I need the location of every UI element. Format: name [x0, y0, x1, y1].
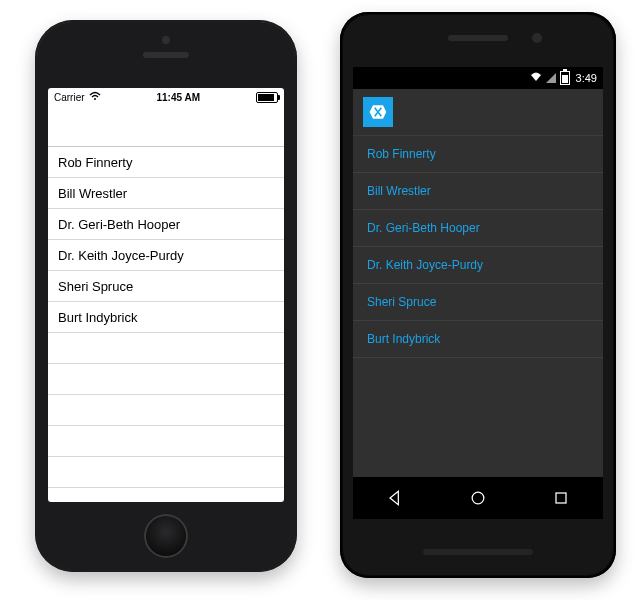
wifi-icon — [89, 91, 101, 103]
list-item-label: Bill Wrestler — [367, 184, 431, 198]
list-item-label: Rob Finnerty — [367, 147, 436, 161]
list-item[interactable]: Dr. Geri-Beth Hooper — [353, 210, 603, 247]
android-home-button[interactable] — [468, 488, 488, 508]
list-item[interactable]: Sheri Spruce — [353, 284, 603, 321]
ios-carrier-label: Carrier — [54, 92, 85, 103]
list-item-label: Dr. Geri-Beth Hooper — [367, 221, 480, 235]
wifi-icon — [530, 72, 542, 84]
android-recents-button[interactable] — [551, 488, 571, 508]
list-item[interactable]: Dr. Keith Joyce-Purdy — [353, 247, 603, 284]
android-navigation-bar — [353, 477, 603, 519]
iphone-home-button[interactable] — [144, 514, 188, 558]
android-screen: 3:49 Rob Finnerty Bill Wrestler Dr. Geri… — [353, 67, 603, 519]
list-item-label: Burt Indybrick — [58, 310, 137, 325]
android-device-frame: 3:49 Rob Finnerty Bill Wrestler Dr. Geri… — [340, 12, 616, 578]
list-item-empty — [48, 395, 284, 426]
android-speaker-grille — [423, 549, 533, 555]
ios-status-time: 11:45 AM — [157, 92, 201, 103]
iphone-screen: Carrier 11:45 AM Rob Finnerty Bill Wrest… — [48, 88, 284, 502]
ios-contact-list[interactable]: Rob Finnerty Bill Wrestler Dr. Geri-Beth… — [48, 147, 284, 502]
android-device-body: 3:49 Rob Finnerty Bill Wrestler Dr. Geri… — [343, 15, 613, 575]
list-item[interactable]: Sheri Spruce — [48, 271, 284, 302]
list-item[interactable]: Dr. Keith Joyce-Purdy — [48, 240, 284, 271]
android-app-bar — [353, 89, 603, 136]
android-back-button[interactable] — [385, 488, 405, 508]
iphone-device-frame: Carrier 11:45 AM Rob Finnerty Bill Wrest… — [35, 20, 297, 572]
list-item-empty — [48, 333, 284, 364]
list-item[interactable]: Bill Wrestler — [353, 173, 603, 210]
list-item[interactable]: Dr. Geri-Beth Hooper — [48, 209, 284, 240]
list-item[interactable]: Burt Indybrick — [353, 321, 603, 358]
android-status-time: 3:49 — [576, 72, 597, 84]
list-item-label: Sheri Spruce — [367, 295, 436, 309]
signal-icon — [546, 73, 556, 83]
android-contact-list[interactable]: Rob Finnerty Bill Wrestler Dr. Geri-Beth… — [353, 136, 603, 477]
list-item-label: Burt Indybrick — [367, 332, 440, 346]
iphone-earpiece — [143, 52, 189, 58]
iphone-front-camera — [162, 36, 170, 44]
list-item-label: Rob Finnerty — [58, 155, 132, 170]
list-item-empty — [48, 364, 284, 395]
iphone-device-body: Carrier 11:45 AM Rob Finnerty Bill Wrest… — [37, 22, 295, 570]
list-item-empty — [48, 457, 284, 488]
android-status-icons — [530, 71, 570, 85]
svg-rect-3 — [556, 493, 566, 503]
list-item-label: Dr. Keith Joyce-Purdy — [367, 258, 483, 272]
list-item[interactable]: Rob Finnerty — [353, 136, 603, 173]
ios-status-bar: Carrier 11:45 AM — [48, 88, 284, 106]
battery-icon — [256, 92, 278, 103]
list-item-label: Bill Wrestler — [58, 186, 127, 201]
list-item-label: Dr. Keith Joyce-Purdy — [58, 248, 184, 263]
list-item[interactable]: Rob Finnerty — [48, 147, 284, 178]
list-item-label: Dr. Geri-Beth Hooper — [58, 217, 180, 232]
list-item[interactable]: Bill Wrestler — [48, 178, 284, 209]
android-front-camera — [532, 33, 542, 43]
android-earpiece — [448, 35, 508, 41]
list-item[interactable]: Burt Indybrick — [48, 302, 284, 333]
svg-point-2 — [472, 492, 484, 504]
android-status-bar: 3:49 — [353, 67, 603, 89]
list-item-label: Sheri Spruce — [58, 279, 133, 294]
svg-point-0 — [94, 98, 96, 100]
xamarin-logo-icon — [363, 97, 393, 127]
battery-icon — [560, 71, 570, 85]
list-item-empty — [48, 426, 284, 457]
ios-navigation-bar — [48, 106, 284, 147]
